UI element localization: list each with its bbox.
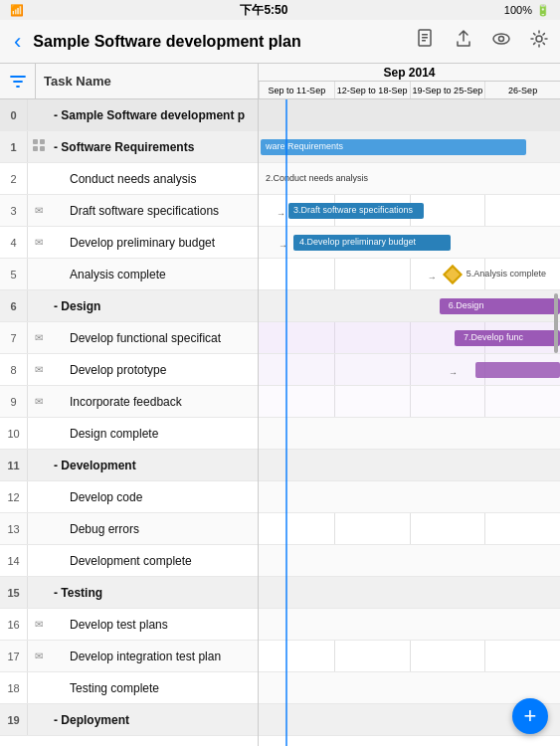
- row-name: Develop prototype: [50, 363, 252, 377]
- row-id: 14: [0, 545, 28, 576]
- row-name: Develop test plans: [50, 618, 252, 632]
- task-row[interactable]: 11 - Development: [0, 450, 258, 481]
- row-icon: ✉: [28, 651, 50, 661]
- wifi-icon: 📶: [10, 4, 24, 17]
- battery-icon: 🔋: [536, 4, 550, 17]
- row-icon: ✉: [28, 332, 50, 343]
- task-row[interactable]: 12 Develop code: [0, 481, 258, 513]
- task-row[interactable]: 0 - Sample Software development p: [0, 99, 258, 131]
- gantt-week-1: Sep to 11-Sep: [259, 82, 334, 98]
- gantt-row-14: [259, 545, 560, 577]
- row-id: 13: [0, 513, 28, 544]
- gantt-row-12: [259, 481, 560, 513]
- status-time: 下午5:50: [240, 2, 287, 19]
- status-right: 100% 🔋: [504, 4, 550, 17]
- row-id: 6: [0, 290, 28, 321]
- title-bar: ‹ Sample Software development plan: [0, 20, 560, 64]
- task-row[interactable]: 17 ✉ Develop integration test plan: [0, 641, 258, 672]
- task-row[interactable]: 9 ✉ Incorporate feedback: [0, 386, 258, 418]
- gantt-row-13: [259, 513, 560, 545]
- gantt-bar-draft: [288, 203, 424, 219]
- task-row[interactable]: 15 - Testing: [0, 577, 258, 609]
- gantt-row-0: [259, 99, 560, 131]
- gantt-row2-label: 2.Conduct needs analysis: [263, 173, 371, 183]
- task-row[interactable]: 4 ✉ Develop preliminary budget: [0, 227, 258, 259]
- back-button[interactable]: ‹: [10, 29, 25, 55]
- task-row[interactable]: 13 Debug errors: [0, 513, 258, 545]
- row-name: Analysis complete: [50, 268, 252, 281]
- task-list: 0 - Sample Software development p 1 - So…: [0, 99, 259, 746]
- gantt-row-16: [259, 609, 560, 641]
- battery-percent: 100%: [504, 4, 532, 16]
- row-name: - Sample Software development p: [50, 108, 252, 122]
- main-content: Task Name Sep 2014 Sep to 11-Sep 12-Sep …: [0, 64, 560, 746]
- task-row[interactable]: 6 - Design: [0, 290, 258, 322]
- gantt-week-4: 26-Sep: [484, 82, 560, 98]
- gantt-row-10: [259, 418, 560, 450]
- task-row[interactable]: 1 - Software Requirements: [0, 131, 258, 163]
- row-name: Develop functional specificat: [50, 331, 252, 345]
- row-name: - Design: [50, 299, 252, 313]
- gantt-row-8: →: [259, 354, 560, 386]
- row-icon: ✉: [28, 396, 50, 407]
- task-row[interactable]: 5 Analysis complete: [0, 259, 258, 290]
- gantt-week-2: 12-Sep to 18-Sep: [334, 82, 410, 98]
- task-row[interactable]: 3 ✉ Draft software specifications: [0, 195, 258, 227]
- title-bar-icons: [415, 28, 550, 55]
- gantt-bar-design: [440, 298, 560, 314]
- gantt-row-17: [259, 641, 560, 672]
- gantt-row-11: [259, 450, 560, 481]
- row-id: 8: [0, 354, 28, 385]
- row-icon: ✉: [28, 364, 50, 375]
- gantt-row-3: → 3.Draft software specifications: [259, 195, 560, 227]
- row-id: 19: [0, 704, 28, 735]
- svg-point-5: [499, 37, 504, 42]
- page-title: Sample Software development plan: [33, 33, 407, 51]
- task-row[interactable]: 19 - Deployment: [0, 704, 258, 736]
- row-id: 5: [0, 259, 28, 289]
- task-row[interactable]: 18 Testing complete: [0, 672, 258, 704]
- row-name: - Development: [50, 459, 252, 472]
- task-row[interactable]: 14 Development complete: [0, 545, 258, 577]
- row-id: 3: [0, 195, 28, 226]
- row-name: Testing complete: [50, 681, 252, 695]
- task-row[interactable]: 2 Conduct needs analysis: [0, 163, 258, 195]
- document-icon[interactable]: [415, 28, 437, 55]
- svg-rect-10: [40, 146, 45, 151]
- task-row[interactable]: 10 Design complete: [0, 418, 258, 450]
- svg-rect-1: [422, 34, 428, 36]
- gantt-milestone-analysis-label: 5.Analysis complete: [464, 269, 549, 279]
- gantt-bar-budget: [293, 235, 451, 251]
- row-icon: [28, 138, 50, 155]
- row-icon: ✉: [28, 237, 50, 248]
- scroll-handle[interactable]: [554, 293, 558, 353]
- today-indicator: [285, 99, 287, 746]
- row-id: 4: [0, 227, 28, 258]
- svg-point-4: [493, 34, 509, 44]
- task-row[interactable]: 7 ✉ Develop functional specificat: [0, 322, 258, 354]
- filter-button[interactable]: [0, 64, 36, 98]
- gantt-row-6: 6.Design: [259, 290, 560, 322]
- task-name-column-header: Task Name: [36, 74, 111, 89]
- row-name: - Deployment: [50, 713, 252, 727]
- row-id: 15: [0, 577, 28, 608]
- gantt-row-5: → 5.Analysis complete: [259, 259, 560, 290]
- gantt-header: Sep 2014 Sep to 11-Sep 12-Sep to 18-Sep …: [259, 64, 560, 98]
- row-name: Develop code: [50, 490, 252, 504]
- task-row[interactable]: 8 ✉ Develop prototype: [0, 354, 258, 386]
- row-name: Develop preliminary budget: [50, 236, 252, 250]
- task-row[interactable]: 16 ✉ Develop test plans: [0, 609, 258, 641]
- row-id: 18: [0, 672, 28, 703]
- row-name: Conduct needs analysis: [50, 172, 252, 186]
- row-id: 2: [0, 163, 28, 194]
- gantt-row-9: [259, 386, 560, 418]
- eye-icon[interactable]: [490, 28, 512, 55]
- gantt-bar-requirements: [261, 139, 526, 155]
- gantt-row-18: [259, 672, 560, 704]
- gantt-chart[interactable]: + ware Requirements 2.Conduct needs anal…: [259, 99, 560, 746]
- gantt-week-3: 19-Sep to 25-Sep: [410, 82, 485, 98]
- fab-button[interactable]: +: [512, 698, 548, 734]
- share-icon[interactable]: [453, 28, 474, 55]
- row-id: 0: [0, 99, 28, 130]
- gear-icon[interactable]: [528, 28, 550, 55]
